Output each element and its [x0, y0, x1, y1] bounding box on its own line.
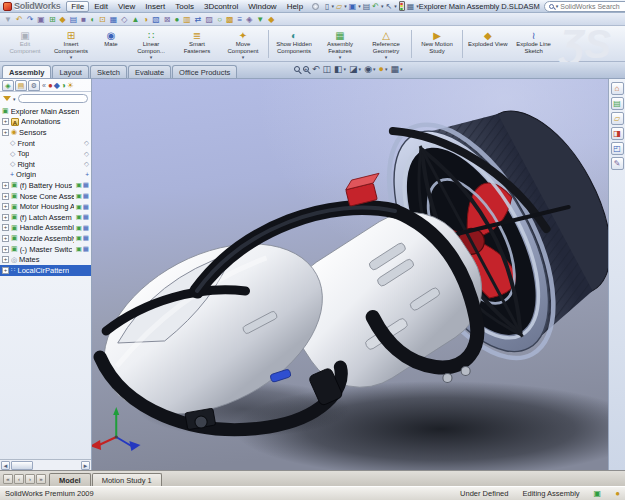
tab-sketch[interactable]: Sketch	[90, 65, 127, 78]
toolbar-icon[interactable]: ▩	[226, 15, 234, 24]
menu-window[interactable]: Window	[243, 1, 281, 12]
appearances-icon[interactable]: ●	[48, 81, 53, 90]
toolbar-icon[interactable]: ◇	[121, 15, 127, 24]
expand-toggle[interactable]: +	[2, 224, 9, 231]
expand-toggle[interactable]: +	[2, 203, 9, 210]
expand-toggle[interactable]: +	[2, 214, 9, 221]
new-caret[interactable]: ▾	[332, 3, 335, 9]
select-icon[interactable]: ↖	[386, 2, 393, 11]
tree-item-sensors[interactable]: + ◉ Sensors	[0, 127, 91, 138]
tree-item-nose-cone-assembly[interactable]: + ▣ Nose Cone Asse ▣▦	[0, 191, 91, 202]
collapse-chevrons-icon[interactable]: «	[42, 82, 46, 89]
expand-toggle[interactable]: +	[2, 193, 9, 200]
search-input[interactable]	[560, 3, 625, 10]
filter-caret[interactable]: ▾	[13, 96, 16, 102]
toolbar-icon[interactable]: ◑	[143, 15, 148, 24]
tree-item-top-plane[interactable]: ◇ Top ◇	[0, 148, 91, 159]
toolbar-icon[interactable]: ◆	[268, 15, 274, 24]
tree-item-front-plane[interactable]: ◇ Front ◇	[0, 138, 91, 149]
search-box[interactable]: ▾	[544, 1, 625, 12]
open-icon[interactable]: ▱	[336, 2, 342, 11]
toolbar-icon[interactable]: ⇄	[195, 15, 202, 24]
traffic-light-icon[interactable]	[399, 1, 405, 11]
toolbar-icon[interactable]: ●	[174, 15, 179, 24]
dropdown-caret[interactable]: ▾	[385, 55, 388, 60]
menu-view[interactable]: View	[113, 1, 140, 12]
expand-toggle[interactable]: +	[2, 118, 9, 125]
toolbar-icon[interactable]: ⊠	[164, 15, 171, 24]
expand-toggle[interactable]: +	[2, 182, 9, 189]
next-tab-button[interactable]: ›	[25, 474, 35, 484]
menu-help[interactable]: Help	[282, 1, 308, 12]
tab-assembly[interactable]: Assembly	[2, 65, 51, 78]
quick-tips-icon[interactable]: ▣	[594, 489, 602, 498]
toolbar-icon[interactable]: ▼	[256, 15, 264, 24]
tab-model[interactable]: Model	[49, 473, 91, 486]
first-tab-button[interactable]: «	[3, 474, 13, 484]
toolbar-icon[interactable]: ▨	[206, 15, 214, 24]
tab-office-products[interactable]: Office Products	[172, 65, 237, 78]
view-palette-icon[interactable]: ◨	[611, 127, 624, 140]
expand-toggle[interactable]: +	[2, 235, 9, 242]
scroll-left-button[interactable]: ◄	[1, 461, 10, 470]
design-library-icon[interactable]: ▤	[611, 97, 624, 110]
menu-file[interactable]: File	[66, 1, 89, 12]
select-caret[interactable]: ▾	[394, 3, 397, 9]
toolbar-icon[interactable]: ▦	[110, 15, 118, 24]
expand-toggle[interactable]: +	[2, 129, 9, 136]
edit-appearance-icon[interactable]: ●▾	[379, 64, 388, 74]
tab-evaluate[interactable]: Evaluate	[128, 65, 171, 78]
toolbar-icon[interactable]: ▼	[4, 15, 12, 24]
file-explorer-icon[interactable]: ▱	[611, 112, 624, 125]
feature-tree-tab-icon[interactable]: ◈	[2, 80, 14, 91]
toolbar-icon[interactable]: ◐	[90, 15, 95, 24]
expand-toggle[interactable]: +	[2, 256, 9, 263]
configuration-manager-tab-icon[interactable]: ⚙	[28, 80, 40, 91]
menu-3dcontrol[interactable]: 3Dcontrol	[199, 1, 243, 12]
tree-item-right-plane[interactable]: ◇ Right ◇	[0, 159, 91, 170]
last-tab-button[interactable]: »	[36, 474, 46, 484]
undo-icon[interactable]: ↶	[372, 2, 379, 11]
solidworks-resources-icon[interactable]: ⌂	[611, 82, 624, 95]
save-icon[interactable]: ▣	[349, 2, 357, 11]
search-caret[interactable]: ▾	[556, 3, 559, 9]
dropdown-caret[interactable]: ▾	[150, 55, 153, 60]
scene-light-icon[interactable]: ☀	[67, 81, 74, 90]
dropdown-caret[interactable]: ▾	[339, 55, 342, 60]
section-view-icon[interactable]: ◫	[323, 64, 332, 74]
toolbar-icon[interactable]: ▥	[183, 15, 191, 24]
options-grid-icon[interactable]: ▦	[407, 2, 415, 11]
exploded-view-button[interactable]: ◆ Exploded View	[465, 27, 511, 61]
toolbar-icon[interactable]: ▧	[152, 15, 160, 24]
pie-icon[interactable]: ◑	[61, 81, 66, 90]
toolbar-icon[interactable]: ≡	[238, 15, 243, 24]
toolbar-icon[interactable]: ↷	[27, 15, 34, 24]
toolbar-icon[interactable]: ▣	[37, 15, 45, 24]
open-caret[interactable]: ▾	[344, 3, 347, 9]
prev-tab-button[interactable]: ‹	[14, 474, 24, 484]
toolbar-icon[interactable]: ⊞	[49, 15, 56, 24]
zoom-to-fit-icon[interactable]	[294, 66, 300, 72]
undo-caret[interactable]: ▾	[381, 3, 384, 9]
linear-component-pattern-button[interactable]: ∷ Linear Compon... ▾	[128, 27, 174, 61]
toolbar-icon[interactable]: ▤	[70, 15, 78, 24]
hide-show-items-icon[interactable]: ◉▾	[364, 64, 375, 74]
toolbar-icon[interactable]: ⊡	[99, 15, 106, 24]
tree-item-root-assembly[interactable]: ▣ Explorer Main Assen	[0, 106, 91, 117]
edit-component-button[interactable]: ▣ Edit Component	[2, 27, 48, 61]
mate-button[interactable]: ◉ Mate	[94, 27, 128, 61]
custom-properties-icon[interactable]: ✎	[611, 157, 624, 170]
tree-item-local-cir-pattern[interactable]: + ∷ LocalCirPattern	[0, 265, 91, 276]
print-icon[interactable]: ▤	[363, 2, 371, 11]
tree-item-battery-housing[interactable]: + ▣ (f) Battery Hous ▣▦	[0, 180, 91, 191]
scroll-thumb[interactable]	[11, 461, 33, 470]
apply-scene-icon[interactable]: ▦▾	[390, 64, 402, 74]
move-component-button[interactable]: ✦ Move Component ▾	[220, 27, 266, 61]
3d-scene[interactable]	[92, 79, 608, 470]
reference-geometry-button[interactable]: △ Reference Geometry ▾	[363, 27, 409, 61]
tree-item-latch-assembly[interactable]: + ▣ (f) Latch Assem ▣▦	[0, 212, 91, 223]
appearances-scenes-icon[interactable]: ◰	[611, 142, 624, 155]
new-motion-study-button[interactable]: ▶ New Motion Study	[414, 27, 460, 61]
toolbar-icon[interactable]: ▲	[131, 15, 139, 24]
tab-motion-study-1[interactable]: Motion Study 1	[92, 473, 162, 486]
